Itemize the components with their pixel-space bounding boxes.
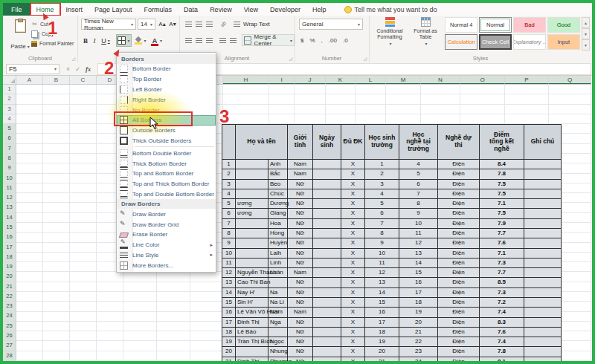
- cell-stt[interactable]: 5: [222, 199, 236, 209]
- cell-diem[interactable]: 8.5: [480, 278, 524, 287]
- row-header-7[interactable]: 7: [3, 144, 16, 154]
- cell-ho[interactable]: Đinh Thị: [236, 357, 268, 364]
- cell-diem[interactable]: 7.3: [480, 288, 524, 298]
- cell-gc[interactable]: [524, 189, 562, 199]
- row-header-9[interactable]: 9: [3, 163, 16, 173]
- cell-hnt[interactable]: 20: [399, 318, 438, 328]
- cell-ten[interactable]: Nam: [268, 308, 288, 317]
- cell-hst[interactable]: 7: [365, 219, 399, 229]
- cell-ho[interactable]: [236, 219, 268, 229]
- orientation-button[interactable]: ab: [218, 19, 228, 30]
- cell-hnt[interactable]: 14: [399, 259, 438, 268]
- cell-diem[interactable]: 8.1: [480, 357, 524, 364]
- cell-dk[interactable]: X: [341, 169, 365, 179]
- align-left-button[interactable]: [184, 34, 193, 47]
- cell-gt[interactable]: Nữ: [288, 298, 313, 308]
- menu-item-bottom-border[interactable]: Bottom Border: [117, 64, 216, 74]
- menu-item-top-and-double-bottom-border[interactable]: Top and Double Bottom Border: [117, 189, 216, 200]
- cell-ns[interactable]: [313, 347, 341, 357]
- cell-nghe[interactable]: Điện: [438, 209, 480, 218]
- cell-nghe[interactable]: Điện: [438, 337, 480, 347]
- cell-hst[interactable]: 17: [365, 318, 399, 328]
- cell-hnt[interactable]: 17: [399, 288, 438, 298]
- cell-style-explanatory[interactable]: Explanatory ...: [513, 34, 546, 50]
- cell-stt[interactable]: 6: [222, 209, 236, 218]
- row-header-22[interactable]: 22: [3, 292, 16, 302]
- table-header-hnt[interactable]: Học nghề tại trường: [399, 125, 438, 160]
- row-header-25[interactable]: 25: [3, 322, 16, 331]
- cell-hnt[interactable]: 7: [399, 189, 438, 199]
- cell-stt[interactable]: 7: [222, 219, 236, 229]
- sheet-grid[interactable]: Họ và tênGiới tínhNgày sinhĐủ ĐKHọc sinh…: [16, 85, 591, 361]
- cell-gt[interactable]: Nữ: [288, 219, 313, 229]
- number-format-button-0[interactable]: $: [298, 35, 306, 45]
- menu-item-more-borders-[interactable]: More Borders...: [117, 260, 216, 270]
- format-as-table-button[interactable]: Format as Table ▾: [409, 17, 442, 51]
- cell-dk[interactable]: X: [341, 160, 365, 169]
- row-header-1[interactable]: 1: [3, 85, 16, 94]
- cell-hnt[interactable]: 10: [399, 219, 438, 229]
- row-header-20[interactable]: 20: [3, 272, 16, 282]
- cell-diem[interactable]: 7.8: [480, 347, 524, 357]
- cell-ho[interactable]: Lê Bảo: [236, 328, 268, 337]
- row-header-18[interactable]: 18: [3, 253, 16, 262]
- cell-hst[interactable]: 12: [365, 268, 399, 278]
- cell-gc[interactable]: [524, 288, 562, 298]
- cell-stt[interactable]: 13: [222, 278, 236, 287]
- table-header-hst[interactable]: Học sinh trường: [365, 125, 399, 160]
- paste-button[interactable]: Paste▾: [9, 18, 31, 51]
- row-header-2[interactable]: 2: [3, 94, 16, 104]
- cell-gt[interactable]: Nam: [288, 268, 313, 278]
- cell-hst[interactable]: 14: [365, 288, 399, 298]
- cell-ns[interactable]: [313, 298, 341, 308]
- enter-icon[interactable]: ✓: [75, 65, 80, 73]
- cell-diem[interactable]: 7.6: [480, 328, 524, 337]
- cancel-icon[interactable]: ×: [66, 65, 70, 73]
- cell-dk[interactable]: X: [341, 337, 365, 347]
- number-format-button-2[interactable]: ,: [318, 35, 326, 45]
- cell-gt[interactable]: Nam: [288, 308, 313, 317]
- cell-hst[interactable]: 21: [365, 357, 399, 364]
- cell-nghe[interactable]: Điện: [438, 229, 480, 238]
- cell-gt[interactable]: Nữ: [288, 357, 313, 364]
- font-name-combo[interactable]: Times New Roman▾: [81, 19, 136, 30]
- cell-ho[interactable]: [236, 238, 268, 248]
- column-header-Q[interactable]: Q: [549, 76, 591, 84]
- cell-nghe[interactable]: Điện: [438, 180, 480, 189]
- column-header-L[interactable]: L: [356, 76, 386, 84]
- row-header-16[interactable]: 16: [3, 233, 16, 242]
- table-header-gc[interactable]: Ghi chú: [524, 125, 562, 160]
- cell-ho[interactable]: Lê Văn Võ Hoài: [236, 308, 268, 317]
- cell-gc[interactable]: [524, 308, 562, 317]
- cell-ho[interactable]: [236, 347, 268, 357]
- row-header-3[interactable]: 3: [3, 105, 16, 114]
- cell-gc[interactable]: [524, 357, 562, 364]
- cell-gt[interactable]: Nữ: [288, 278, 313, 287]
- cell-gc[interactable]: [524, 219, 562, 229]
- shrink-font-button[interactable]: A▾: [167, 19, 178, 30]
- cell-hnt[interactable]: 4: [399, 160, 438, 169]
- font-size-combo[interactable]: 14▾: [138, 19, 155, 30]
- cell-gc[interactable]: [524, 199, 562, 209]
- row-header-26[interactable]: 26: [3, 331, 16, 341]
- cell-diem[interactable]: 7.5: [480, 180, 524, 189]
- row-header-11[interactable]: 11: [3, 183, 16, 193]
- menu-item-no-border[interactable]: No Border: [117, 105, 216, 115]
- cell-ten[interactable]: Nhung: [268, 347, 288, 357]
- cell-dk[interactable]: X: [341, 209, 365, 218]
- format-painter-button[interactable]: Format Painter: [31, 39, 74, 48]
- cell-ns[interactable]: [313, 169, 341, 179]
- column-header-B[interactable]: B: [43, 76, 70, 84]
- cell-hst[interactable]: 1: [365, 160, 399, 169]
- cell-nghe[interactable]: Điện: [438, 249, 480, 259]
- cell-ten[interactable]: Phương: [268, 357, 288, 364]
- cell-ten[interactable]: Nga: [268, 318, 288, 328]
- cell-hnt[interactable]: 5: [399, 169, 438, 179]
- menu-item-thick-outside-borders[interactable]: Thick Outside Borders: [117, 136, 216, 146]
- cell-nghe[interactable]: Điện: [438, 347, 480, 357]
- cell-hnt[interactable]: 18: [399, 298, 438, 308]
- column-header-K[interactable]: K: [326, 76, 356, 84]
- menu-item-erase-border[interactable]: Erase Border: [117, 230, 216, 240]
- cell-ns[interactable]: [313, 229, 341, 238]
- cell-dk[interactable]: X: [341, 288, 365, 298]
